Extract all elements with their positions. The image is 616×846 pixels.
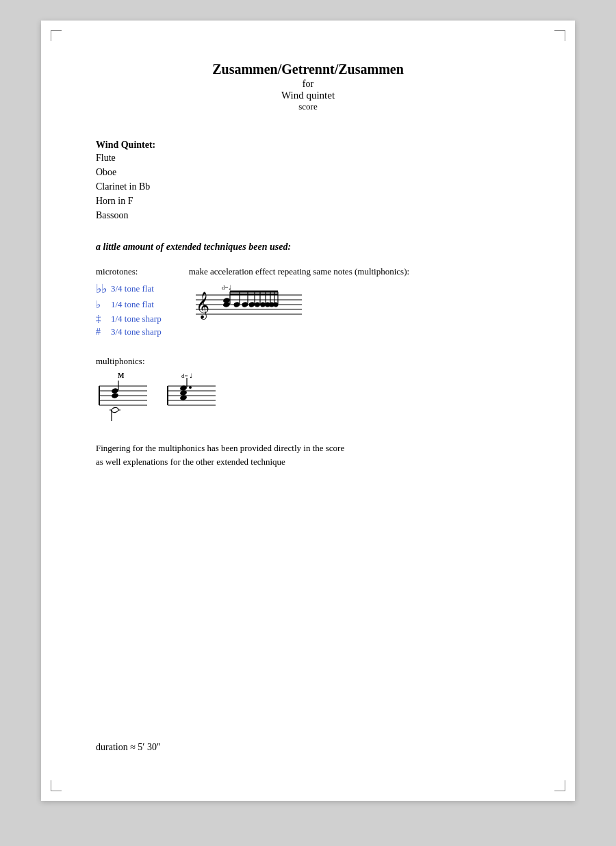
instrument-oboe: Oboe [96, 165, 520, 179]
subtitle-for: for [96, 79, 520, 90]
microtones-section: microtones: ♭♭ 3/4 tone flat ♭ 1/4 tone … [96, 266, 162, 339]
acceleration-section: make acceleration effect repeating same … [189, 266, 520, 339]
instrument-bassoon: Bassoon [96, 208, 520, 222]
fingering-text: Fingering for the multiphonics has been … [96, 441, 520, 468]
svg-point-14 [254, 302, 261, 308]
svg-point-26 [222, 297, 230, 303]
acceleration-notation: 𝄞 [189, 281, 305, 329]
subtitle-score: score [96, 101, 520, 112]
page: Zusammen/Getrennt/Zusammen for Wind quin… [41, 21, 575, 801]
svg-point-54 [189, 386, 192, 389]
svg-text:𝄞: 𝄞 [196, 292, 209, 320]
svg-point-37 [111, 392, 118, 398]
svg-point-40 [111, 407, 118, 413]
fingering-line1: Fingering for the multiphonics has been … [96, 443, 344, 453]
multiphonics-row: M [96, 371, 520, 425]
main-title: Zusammen/Getrennt/Zusammen [96, 62, 520, 77]
microtone-symbol-4: # [96, 326, 107, 337]
microtones-label: microtones: [96, 266, 162, 277]
multiphonics-label: multiphonics: [96, 356, 520, 367]
svg-text:d=: d= [222, 284, 229, 291]
instrument-flute: Flute [96, 151, 520, 165]
microtone-symbol-2: ♭ [96, 298, 107, 311]
subtitle-ensemble: Wind quintet [96, 90, 520, 101]
corner-mark-br [554, 780, 565, 791]
svg-text:♩: ♩ [229, 284, 231, 291]
extended-techniques-section: a little amount of extended techniques b… [96, 242, 520, 468]
acceleration-label: make acceleration effect repeating same … [189, 266, 520, 277]
svg-point-36 [111, 387, 118, 394]
instrument-horn: Horn in F [96, 194, 520, 208]
microtone-symbol-1: ♭♭ [96, 281, 107, 296]
microtone-text-1: 3/4 tone flat [111, 283, 154, 294]
instrument-clarinet: Clarinet in Bb [96, 179, 520, 194]
microtone-item-1: ♭♭ 3/4 tone flat [96, 281, 162, 296]
multiphonics-section: multiphonics: M [96, 356, 520, 425]
multiphonic-notation-2: d= ♩ [164, 371, 219, 425]
corner-mark-tr [554, 30, 565, 41]
microtone-text-2: 1/4 tone flat [111, 299, 154, 310]
microtone-text-3: 1/4 tone sharp [111, 313, 162, 324]
corner-mark-tl [51, 30, 62, 41]
microtone-item-4: # 3/4 tone sharp [96, 326, 162, 337]
svg-text:♩: ♩ [190, 372, 192, 379]
microtone-symbol-3: ‡ [96, 313, 107, 324]
duration-text: duration ≈ 5′ 30" [96, 742, 161, 753]
techniques-row: microtones: ♭♭ 3/4 tone flat ♭ 1/4 tone … [96, 266, 520, 339]
microtone-text-4: 3/4 tone sharp [111, 326, 162, 337]
instruments-section: Wind Quintet: Flute Oboe Clarinet in Bb … [96, 140, 520, 222]
corner-mark-bl [51, 780, 62, 791]
title-section: Zusammen/Getrennt/Zusammen for Wind quin… [96, 62, 520, 112]
microtone-item-2: ♭ 1/4 tone flat [96, 298, 162, 311]
microtone-item-3: ‡ 1/4 tone sharp [96, 313, 162, 324]
instruments-heading: Wind Quintet: [96, 140, 520, 151]
extended-heading: a little amount of extended techniques b… [96, 242, 520, 253]
multiphonic-notation-1: M [96, 371, 151, 425]
fingering-line2: as well explenations for the other exten… [96, 457, 285, 467]
svg-text:M: M [118, 372, 125, 379]
